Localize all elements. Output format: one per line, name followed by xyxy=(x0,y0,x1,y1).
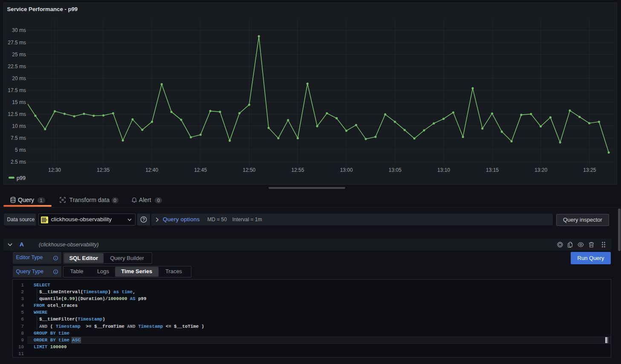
svg-text:12:30: 12:30 xyxy=(48,167,61,173)
svg-text:13:25: 13:25 xyxy=(583,167,596,173)
svg-text:30 ms: 30 ms xyxy=(12,27,26,33)
svg-text:13:05: 13:05 xyxy=(389,167,401,173)
svg-text:p99: p99 xyxy=(17,175,26,181)
svg-text:7.5 ms: 7.5 ms xyxy=(11,135,26,141)
svg-text:12:45: 12:45 xyxy=(194,167,207,173)
svg-text:12:35: 12:35 xyxy=(97,167,110,173)
svg-text:5 ms: 5 ms xyxy=(15,147,26,153)
svg-text:17.5 ms: 17.5 ms xyxy=(8,87,26,93)
svg-text:13:00: 13:00 xyxy=(340,167,353,173)
svg-text:13:15: 13:15 xyxy=(486,167,499,173)
svg-text:12.5 ms: 12.5 ms xyxy=(8,111,26,117)
svg-text:27.5 ms: 27.5 ms xyxy=(8,40,26,46)
svg-text:Service Performance - p99: Service Performance - p99 xyxy=(7,6,78,12)
svg-text:25 ms: 25 ms xyxy=(12,52,26,58)
svg-text:22.5 ms: 22.5 ms xyxy=(8,64,26,69)
svg-text:13:10: 13:10 xyxy=(437,167,450,173)
svg-text:13:20: 13:20 xyxy=(534,167,547,173)
svg-text:12:50: 12:50 xyxy=(243,167,255,173)
svg-text:2.5 ms: 2.5 ms xyxy=(11,159,26,165)
svg-text:15 ms: 15 ms xyxy=(12,99,26,105)
svg-text:12:55: 12:55 xyxy=(292,167,304,173)
svg-text:10 ms: 10 ms xyxy=(12,123,26,129)
svg-text:20 ms: 20 ms xyxy=(12,75,26,81)
svg-text:12:40: 12:40 xyxy=(145,167,158,173)
